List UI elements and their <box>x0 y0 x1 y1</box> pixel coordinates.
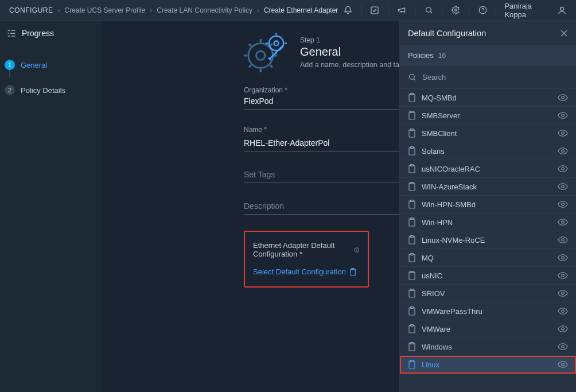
user-name: Paniraja Koppa <box>504 2 552 19</box>
policy-name: MQ-SMBd <box>422 94 457 102</box>
user-menu[interactable]: Paniraja Koppa <box>504 2 567 19</box>
eye-icon[interactable] <box>558 254 568 262</box>
user-icon <box>557 5 567 15</box>
policy-name: VMWare <box>422 325 450 333</box>
svg-point-58 <box>562 274 565 277</box>
svg-point-6 <box>256 51 266 60</box>
eye-icon[interactable] <box>558 236 568 244</box>
svg-point-22 <box>357 249 357 249</box>
eye-icon[interactable] <box>558 147 568 155</box>
policy-row[interactable]: usNIC <box>400 267 576 285</box>
eye-icon[interactable] <box>558 325 568 333</box>
policy-name: usNIC <box>422 271 442 280</box>
policy-name: Windows <box>422 343 452 351</box>
svg-point-70 <box>562 346 565 348</box>
eye-icon[interactable] <box>558 360 568 368</box>
select-default-config-link[interactable]: Select Default Configuration <box>253 267 360 276</box>
policy-name: SMBServer <box>422 111 460 120</box>
clipboard-icon <box>408 289 416 298</box>
drawer-search-input[interactable] <box>422 69 568 85</box>
policy-row[interactable]: Windows <box>400 338 576 356</box>
adapter-config-label: Ethernet Adapter Default Configuration * <box>253 241 351 258</box>
breadcrumb-ucs[interactable]: Create UCS Server Profile <box>65 6 146 14</box>
step-policy-details[interactable]: 2 Policy Details <box>5 81 100 99</box>
policy-row[interactable]: MQ <box>400 249 576 267</box>
clipboard-icon <box>408 253 416 262</box>
svg-point-1 <box>426 7 431 13</box>
policy-row[interactable]: VMWarePassThru <box>400 302 576 320</box>
policy-row[interactable]: Linux-NVMe-RoCE <box>400 231 576 249</box>
policy-row[interactable]: usNICOracleRAC <box>400 160 576 178</box>
svg-point-52 <box>562 239 565 242</box>
chevron-right-icon: › <box>58 6 60 14</box>
svg-point-73 <box>562 363 565 366</box>
svg-point-16 <box>274 41 279 46</box>
policy-row[interactable]: MQ-SMBd <box>400 89 576 107</box>
breadcrumb-lan[interactable]: Create LAN Connectivity Policy <box>157 6 252 14</box>
svg-point-67 <box>562 328 565 331</box>
svg-point-55 <box>562 257 565 259</box>
policy-row[interactable]: SMBServer <box>400 107 576 125</box>
clipboard-icon <box>408 200 416 209</box>
svg-point-34 <box>562 132 565 135</box>
bell-icon[interactable] <box>338 0 357 21</box>
clipboard-icon <box>408 182 416 191</box>
policy-row[interactable]: SMBClient <box>400 125 576 142</box>
eye-icon[interactable] <box>558 183 568 191</box>
policy-row[interactable]: Solaris <box>400 142 576 160</box>
svg-line-11 <box>249 44 251 46</box>
clipboard-icon <box>408 146 416 156</box>
clipboard-icon <box>408 271 416 280</box>
step-general[interactable]: 1 General <box>5 56 100 73</box>
adapter-config-box: Ethernet Adapter Default Configuration *… <box>244 231 369 288</box>
svg-rect-0 <box>371 7 378 14</box>
eye-icon[interactable] <box>558 94 568 102</box>
chevron-right-icon: › <box>257 6 259 14</box>
announcement-icon[interactable] <box>392 0 411 21</box>
clipboard-icon <box>408 111 416 120</box>
check-icon[interactable] <box>365 0 384 21</box>
eye-icon[interactable] <box>558 165 568 173</box>
policy-name: Win-HPN <box>422 218 453 227</box>
search-icon[interactable] <box>419 0 438 21</box>
svg-point-37 <box>562 150 565 153</box>
step-label-policy-details: Policy Details <box>21 86 65 95</box>
close-icon[interactable] <box>560 29 568 37</box>
policy-row[interactable]: Win-HPN-SMBd <box>400 196 576 214</box>
policy-name: Linux-NVMe-RoCE <box>422 236 485 244</box>
policy-row[interactable]: WIN-AzureStack <box>400 178 576 196</box>
eye-icon[interactable] <box>558 307 568 315</box>
svg-point-64 <box>562 310 565 313</box>
policy-list: MQ-SMBd SMBServer SMBClient Solaris usNI… <box>400 89 576 392</box>
svg-point-15 <box>269 36 283 51</box>
gear-icon[interactable] <box>446 0 465 21</box>
svg-point-49 <box>562 221 565 224</box>
step-badge-2: 2 <box>5 85 15 95</box>
policy-row[interactable]: VMWare <box>400 320 576 338</box>
policy-row[interactable]: SRIOV <box>400 285 576 302</box>
breadcrumb-eth: Create Ethernet Adapter <box>264 6 338 14</box>
clipboard-icon <box>408 342 416 351</box>
svg-point-43 <box>562 185 565 188</box>
eye-icon[interactable] <box>558 111 568 119</box>
eye-icon[interactable] <box>558 271 568 280</box>
eye-icon[interactable] <box>558 343 568 351</box>
svg-point-31 <box>562 114 565 117</box>
drawer-subtab[interactable]: Policies 16 <box>400 45 576 66</box>
policy-name: usNICOracleRAC <box>422 165 480 173</box>
svg-line-14 <box>270 44 273 46</box>
eye-icon[interactable] <box>558 218 568 226</box>
info-icon[interactable] <box>354 246 360 254</box>
eye-icon[interactable] <box>558 129 568 137</box>
eye-icon[interactable] <box>558 200 568 208</box>
eye-icon[interactable] <box>558 289 568 297</box>
svg-line-13 <box>249 65 251 67</box>
policy-row[interactable]: Linux <box>400 356 576 374</box>
help-icon[interactable] <box>473 0 492 21</box>
step-badge-1: 1 <box>5 60 15 70</box>
policy-name: VMWarePassThru <box>422 307 482 316</box>
breadcrumb-configure[interactable]: CONFIGURE <box>9 6 53 14</box>
policy-row[interactable]: Win-HPN <box>400 214 576 231</box>
clipboard-icon <box>408 129 416 138</box>
svg-point-46 <box>562 203 565 206</box>
